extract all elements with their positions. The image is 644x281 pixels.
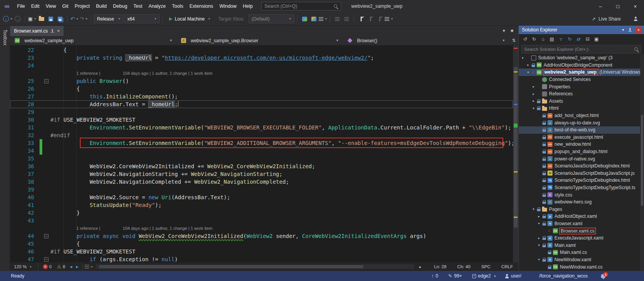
image-tools-button[interactable] [309, 14, 318, 24]
start-debugging-button[interactable]: ▶Local Machine▼ [166, 14, 214, 24]
solution-configurations-dropdown[interactable]: Release▼ [94, 14, 123, 23]
close-button[interactable]: × [627, 0, 644, 12]
tree-scrollbar[interactable] [640, 54, 644, 271]
vertical-scrollbar[interactable] [513, 45, 518, 262]
tree-item-browser-xaml-cs[interactable]: ✓C#Browser.xaml.cs [519, 227, 644, 234]
notifications-button[interactable]: 1 [601, 274, 605, 278]
tree-item-references[interactable]: ▸References [519, 90, 644, 98]
tree-item-addhostobject-xaml[interactable]: ▸xAddHostObject.xaml [519, 213, 644, 220]
tree-item-new-window-html[interactable]: <>new_window.html [519, 141, 644, 148]
collapse-icon[interactable]: − [44, 234, 48, 238]
active-files-dropdown-icon[interactable]: ▼ [502, 29, 506, 33]
menu-window[interactable]: Window [216, 0, 240, 12]
maximize-button[interactable]: □ [609, 0, 627, 12]
code-area[interactable]: 22 {23 private string _homeUrl = "https:… [10, 45, 513, 262]
tree-item-webview2-sample-uwp[interactable]: ▾✓C#webview2_sample_uwp (Universal Windo… [519, 69, 644, 76]
expanded-arrow-icon[interactable]: ▾ [526, 71, 530, 74]
tree-item-best-of-the-web-svg[interactable]: ▲best-of-the-web.svg [519, 126, 644, 134]
expanded-arrow-icon[interactable]: ▾ [537, 258, 541, 261]
nav-member-dropdown[interactable]: Browser() ▼ [343, 36, 509, 45]
menu-project[interactable]: Project [72, 0, 93, 12]
tree-item-newwindow-xaml[interactable]: ▾xNewWindow.xaml [519, 256, 644, 264]
navigate-forward-icon[interactable]: ▸ [74, 264, 80, 269]
collapsed-arrow-icon[interactable]: ▸ [531, 85, 536, 88]
tree-item-pages[interactable]: ▾Pages [519, 205, 644, 213]
fold-margin[interactable]: − [42, 232, 50, 240]
bookmarks-menu-button[interactable]: ▼ [385, 14, 393, 24]
menu-test[interactable]: Test [130, 0, 145, 12]
tree-item-main-xaml[interactable]: ▾xMain.xaml [519, 241, 644, 249]
tree-item-always-up-to-date-svg[interactable]: ▲always-up-to-date.svg [519, 119, 644, 126]
device-dropdown[interactable]: (Default)▼ [249, 14, 294, 23]
navigate-back-icon[interactable]: ◂ [68, 264, 74, 269]
tree-item-properties[interactable]: ▸Properties [519, 83, 644, 90]
tree-item-executejavascript-xaml[interactable]: ▸xExecuteJavascript.xaml [519, 234, 644, 242]
warning-indicator[interactable]: ⚠ 8 [54, 264, 68, 269]
save-button[interactable] [47, 14, 55, 24]
expanded-arrow-icon[interactable]: ▾ [537, 243, 541, 247]
expanded-arrow-icon[interactable]: ▾ [537, 222, 541, 225]
tree-item-main-xaml-cs[interactable]: C#Main.xaml.cs [519, 249, 644, 256]
pending-edits-button[interactable]: ✎ 99+ [448, 273, 462, 279]
tree-item-scenariotypescriptdebugindex-html[interactable]: TSScenarioTypeScriptDebugIndex.html [519, 177, 644, 184]
menu-build[interactable]: Build [93, 0, 110, 12]
codelens-references[interactable]: 1 reference | [76, 226, 100, 231]
split-window-icon[interactable]: ⇅ [509, 36, 518, 45]
outgoing-commits-button[interactable]: ↑ 0 [431, 273, 438, 279]
close-icon[interactable]: × [57, 28, 60, 34]
screenshot-button[interactable] [300, 14, 309, 24]
tree-item-addhostobjectbridgecomponent[interactable]: ▸C#AddHostObjectBridgeComponent [519, 62, 644, 69]
solution-explorer-search[interactable]: Search Solution Explorer (Ctrl+;) [519, 44, 644, 54]
collapsed-arrow-icon[interactable]: ▸ [537, 215, 541, 218]
tree-item-browser-xaml[interactable]: ▾xBrowser.xaml [519, 220, 644, 228]
nav-type-dropdown[interactable]: C webview2_sample_uwp.Browser ▼ [176, 36, 343, 45]
tree-item-connected-services[interactable]: Connected Services [519, 76, 644, 83]
indent-button[interactable] [333, 14, 342, 24]
tree-item-execute-javascript-html[interactable]: <>execute_javascript.html [519, 134, 644, 141]
menu-view[interactable]: View [43, 0, 59, 12]
tree-item-popups-and-dialogs-html[interactable]: <>popups_and_dialogs.html [519, 148, 644, 155]
properties-icon[interactable]: ▣ [592, 35, 601, 43]
menu-git[interactable]: Git [59, 0, 72, 12]
codelens-history[interactable]: 104 days ago | 1 author, 1 change | 1 wo… [123, 226, 212, 231]
scroll-right-icon[interactable]: ▸ [417, 265, 423, 269]
eol-indicator[interactable]: CRLF [501, 264, 513, 269]
next-bookmark-button[interactable] [375, 14, 384, 24]
tree-item-newwindow-xaml-cs[interactable]: C#NewWindow.xaml.cs [519, 263, 644, 271]
tree-item-html[interactable]: ▾Html [519, 105, 644, 112]
tree-item-add-host-object-html[interactable]: <>add_host_object.html [519, 112, 644, 119]
tree-item-assets[interactable]: ▸Assets [519, 98, 644, 105]
previous-bookmark-button[interactable] [366, 14, 375, 24]
expanded-arrow-icon[interactable]: ▾ [520, 56, 525, 60]
tree-item-scenariojavascriptdebugjavascript-js[interactable]: JSScenarioJavaScriptDebugJavaScript.js [519, 170, 644, 177]
compare-documents-button[interactable]: ▼ [85, 262, 93, 271]
navigate-backward-button[interactable]: ←▼ [3, 14, 13, 24]
collapsed-arrow-icon[interactable]: ▸ [531, 92, 536, 96]
outdent-button[interactable] [342, 14, 351, 24]
menu-file[interactable]: File [14, 0, 28, 12]
scrollbar-thumb[interactable] [514, 67, 518, 228]
pin-icon[interactable] [628, 28, 632, 32]
minimize-button[interactable]: – [592, 0, 609, 12]
zoom-dropdown[interactable]: 120 % ▼ [10, 264, 36, 269]
menu-analyze[interactable]: Analyze [145, 0, 169, 12]
pending-changes-filter-icon[interactable]: ▽ [557, 35, 565, 43]
collapsed-arrow-icon[interactable]: ▸ [526, 63, 530, 67]
nav-project-dropdown[interactable]: C# webview2_sample_uwp ▼ [10, 36, 176, 45]
error-indicator[interactable]: × 0 [40, 264, 54, 269]
branch-user-segment[interactable]: user/ [505, 273, 521, 279]
redo-button[interactable]: ↷▼ [79, 14, 88, 24]
toggle-bookmark-button[interactable] [357, 14, 365, 24]
se-back-icon[interactable]: ↺ [521, 35, 529, 43]
window-options-icon[interactable]: ✱ [511, 29, 514, 33]
open-file-button[interactable] [37, 14, 46, 24]
fold-margin[interactable]: − [42, 255, 50, 262]
window-position-icon[interactable]: ▼ [622, 28, 625, 32]
navigate-forward-button[interactable]: → [14, 14, 22, 24]
tree-item-style-css[interactable]: #style.css [519, 191, 644, 198]
scrollbar-thumb[interactable] [99, 265, 363, 268]
refresh-icon[interactable]: ↻ [566, 35, 574, 43]
codelens-history[interactable]: 104 days ago | 1 author, 1 change | 1 wo… [123, 71, 212, 76]
switch-views-icon[interactable]: ▤ [548, 35, 556, 43]
close-icon[interactable]: × [635, 27, 642, 33]
